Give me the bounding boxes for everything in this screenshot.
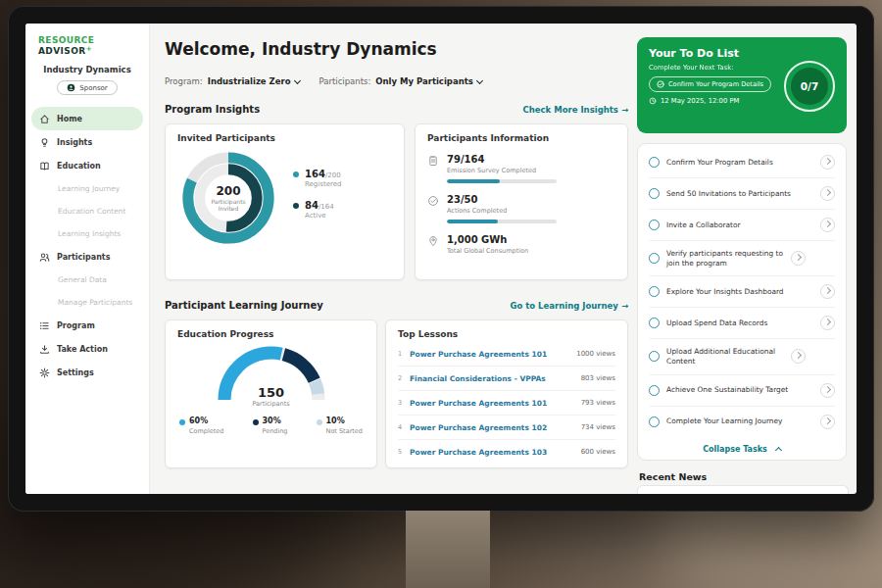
legend-value: 84 (305, 200, 318, 211)
sidebar-item-participants[interactable]: Participants (31, 245, 143, 269)
checkbox[interactable] (649, 286, 660, 297)
participants-filter-dropdown[interactable]: Only My Participants (375, 76, 482, 86)
todo-item-label: Complete Your Learning Journey (666, 416, 813, 426)
sidebar-item-label: Insights (57, 138, 92, 147)
invited-donut-chart: 200 Participants Invited (177, 147, 279, 249)
lesson-row[interactable]: 3 Power Purchase Agreements 101 793 view… (398, 391, 615, 416)
checkbox[interactable] (649, 220, 660, 230)
sidebar-item-learning-journey[interactable]: Learning Journey (31, 177, 143, 200)
todo-item[interactable]: Upload Additional Educational Content (649, 339, 835, 374)
todo-item[interactable]: Upload Spend Data Records (649, 308, 835, 339)
sidebar-item-settings[interactable]: Settings (31, 361, 143, 384)
lesson-row[interactable]: 5 Power Purchase Agreements 103 600 view… (398, 440, 615, 464)
checkbox[interactable] (649, 318, 660, 328)
todo-list-card: Confirm Your Program Details Send 50 Inv… (637, 143, 847, 461)
lightbulb-icon (39, 137, 50, 148)
sidebar-item-home[interactable]: Home (31, 107, 143, 130)
dashboard-screen: RESOURCE ADVISOR+ Industry Dynamics Spon… (25, 24, 857, 494)
sidebar-item-general-data[interactable]: General Data (31, 269, 143, 291)
chevron-right-icon[interactable] (791, 251, 806, 266)
sidebar-item-label: Participants (57, 253, 110, 262)
todo-item[interactable]: Verify participants requesting to join t… (649, 241, 835, 276)
todo-item-label: Confirm Your Program Details (666, 158, 813, 168)
legend-total: /200 (325, 172, 341, 179)
lesson-link[interactable]: Financial Considerations - VPPAs (410, 374, 546, 383)
todo-item-label: Send 50 Invitations to Participants (666, 189, 813, 199)
checkbox[interactable] (649, 157, 660, 168)
legend-dot (253, 419, 259, 425)
sidebar-item-learning-insights[interactable]: Learning Insights (31, 222, 143, 245)
chevron-right-icon[interactable] (820, 155, 835, 170)
sidebar-item-education-content[interactable]: Education Content (31, 200, 143, 222)
sidebar-item-education[interactable]: Education (31, 154, 143, 177)
book-icon (39, 161, 50, 172)
go-to-learning-journey-link[interactable]: Go to Learning Journey → (510, 301, 628, 311)
lesson-link[interactable]: Power Purchase Agreements 103 (410, 448, 547, 457)
check-more-insights-link[interactable]: Check More Insights → (523, 105, 628, 115)
lesson-row[interactable]: 4 Power Purchase Agreements 102 734 view… (398, 416, 615, 440)
chevron-right-icon[interactable] (820, 316, 835, 330)
sidebar-item-manage-participants[interactable]: Manage Participants (31, 291, 143, 314)
checkbox[interactable] (649, 385, 660, 396)
gear-icon (39, 368, 50, 378)
stat-actions-completed: 23/50 Actions Completed (427, 194, 615, 223)
todo-item[interactable]: Achieve One Sustainability Target (649, 375, 835, 407)
chevron-down-icon (293, 76, 300, 83)
chevron-right-icon[interactable] (820, 383, 835, 398)
recent-news-title: Recent News (639, 471, 707, 482)
lesson-views: 600 views (581, 448, 615, 456)
lesson-row[interactable]: 1 Power Purchase Agreements 101 1000 vie… (398, 342, 615, 367)
program-filter-value: Industrialize Zero (208, 76, 291, 86)
lesson-rank: 1 (398, 350, 410, 358)
link-label: Check More Insights (523, 105, 618, 115)
todo-item[interactable]: Invite a Collaborator (649, 210, 835, 241)
stat-emission-survey: 79/164 Emission Survey Completed (427, 154, 615, 183)
chevron-right-icon[interactable] (820, 284, 835, 299)
sidebar-item-insights[interactable]: Insights (31, 130, 143, 154)
logo-plus: + (86, 45, 92, 53)
arrow-right-icon: → (621, 105, 628, 115)
recent-news-card (637, 485, 849, 494)
chevron-right-icon[interactable] (820, 415, 835, 429)
legend-dot (317, 419, 322, 425)
checkbox[interactable] (649, 351, 660, 362)
sidebar-item-program[interactable]: Program (31, 314, 143, 337)
lesson-views: 1000 views (576, 350, 615, 358)
sponsor-badge: Sponsor (57, 80, 117, 95)
legend-total: /164 (318, 203, 334, 211)
chevron-right-icon[interactable] (820, 218, 835, 232)
clipboard-icon (427, 155, 439, 167)
checkbox[interactable] (649, 188, 660, 199)
stat-label: Total Global Consumption (447, 247, 528, 255)
gauge-center-label: Participants (213, 400, 330, 408)
program-filter-dropdown[interactable]: Industrialize Zero (208, 76, 300, 86)
lesson-link[interactable]: Power Purchase Agreements 101 (410, 399, 547, 408)
todo-item[interactable]: Send 50 Invitations to Participants (649, 178, 835, 210)
action-arrow-icon (39, 344, 50, 355)
program-insights-header: Program Insights Check More Insights → (165, 104, 628, 115)
checkbox[interactable] (649, 253, 660, 264)
lesson-link[interactable]: Power Purchase Agreements 102 (410, 423, 547, 432)
lesson-row[interactable]: 2 Financial Considerations - VPPAs 803 v… (398, 367, 615, 391)
sidebar-item-label: Take Action (57, 345, 108, 354)
legend-label: Completed (189, 427, 223, 435)
sidebar-item-label: Learning Journey (58, 184, 120, 193)
chevron-right-icon[interactable] (820, 186, 835, 201)
sidebar-item-take-action[interactable]: Take Action (31, 337, 143, 361)
todo-item[interactable]: Confirm Your Program Details (649, 147, 835, 178)
legend-label: Not Started (326, 427, 363, 435)
collapse-tasks-link[interactable]: Collapse Tasks (649, 437, 835, 458)
todo-item[interactable]: Complete Your Learning Journey (649, 407, 835, 437)
checkbox[interactable] (649, 416, 660, 427)
chevron-right-icon[interactable] (791, 349, 806, 364)
sidebar-item-label: Learning Insights (58, 229, 121, 238)
lesson-link[interactable]: Power Purchase Agreements 101 (410, 350, 547, 359)
card-title: Participants Information (427, 133, 615, 143)
next-task-pill[interactable]: Confirm Your Program Details (649, 76, 771, 92)
card-title: Education Progress (177, 329, 365, 339)
todo-item[interactable]: Explore Your Insights Dashboard (649, 276, 835, 308)
progress-bar (447, 179, 557, 183)
sidebar-item-label: Manage Participants (58, 298, 132, 307)
card-title: Invited Participants (177, 133, 392, 143)
legend-dot (293, 172, 299, 177)
